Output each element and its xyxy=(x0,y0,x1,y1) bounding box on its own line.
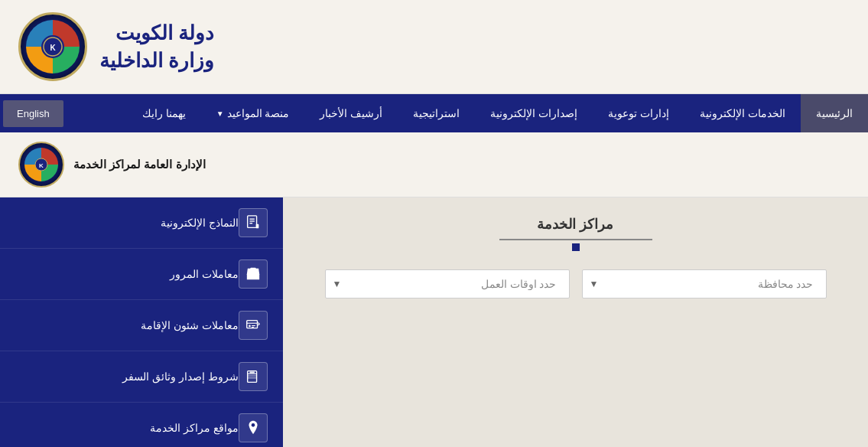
filters-row: حدد محافظة العاصمة حولي الفروانية الأحمد… xyxy=(307,269,844,299)
svg-point-10 xyxy=(249,276,252,278)
nav-item-eservices[interactable]: الخدمات الإلكترونية xyxy=(684,94,801,132)
nav-item-strategy[interactable]: استراتيجية xyxy=(398,94,475,132)
navbar: الرئيسية الخدمات الإلكترونية إدارات توعو… xyxy=(0,94,868,132)
sidebar-item-centers-label: مواقع مراكز الخدمة xyxy=(15,422,239,434)
sidebar-item-residency-label: معاملات شئون الإقامة xyxy=(15,319,239,331)
english-button[interactable]: English xyxy=(3,100,63,127)
sidebar: النماذج الإلكترونية معاملات المرور xyxy=(0,197,283,447)
section-logo: K xyxy=(18,142,64,188)
governorate-select[interactable]: حدد محافظة العاصمة حولي الفروانية الأحمد… xyxy=(582,269,827,299)
logo-inner: K xyxy=(26,20,80,73)
nav-item-awareness[interactable]: إدارات توعوية xyxy=(593,94,684,132)
svg-rect-9 xyxy=(250,268,255,270)
working-hours-select[interactable]: حدد اوقات العمل الدوام الكامل الصباحي ال… xyxy=(325,269,570,299)
sidebar-item-traffic[interactable]: معاملات المرور xyxy=(0,249,283,300)
svg-point-22 xyxy=(252,423,255,427)
sidebar-item-centers[interactable]: مواقع مراكز الخدمة xyxy=(0,403,283,447)
sidebar-item-travel[interactable]: شروط إصدار وثائق السفر xyxy=(0,351,283,403)
main-content: مراكز الخدمة حدد محافظة العاصمة حولي الف… xyxy=(0,197,868,447)
traffic-icon xyxy=(239,259,268,289)
section-logo-inner: K xyxy=(24,148,58,181)
appointments-label: منصة المواعيد xyxy=(227,107,290,119)
governorate-select-wrapper: حدد محافظة العاصمة حولي الفروانية الأحمد… xyxy=(582,269,827,299)
sidebar-item-residency[interactable]: معاملات شئون الإقامة xyxy=(0,300,283,351)
nav-item-home[interactable]: الرئيسية xyxy=(801,94,868,132)
sidebar-item-travel-label: شروط إصدار وثائق السفر xyxy=(15,370,239,383)
svg-rect-8 xyxy=(256,224,259,229)
working-hours-select-wrapper: حدد اوقات العمل الدوام الكامل الصباحي ال… xyxy=(325,269,570,299)
residency-icon xyxy=(239,311,268,340)
title-underline xyxy=(499,239,652,240)
title-dot xyxy=(572,243,580,251)
content-area: مراكز الخدمة حدد محافظة العاصمة حولي الف… xyxy=(283,197,868,447)
section-title: مراكز الخدمة xyxy=(307,216,844,233)
location-icon xyxy=(239,413,268,442)
nav-item-appointments[interactable]: منصة المواعيد ▼ xyxy=(201,94,305,132)
svg-rect-6 xyxy=(249,220,254,221)
sidebar-item-eforms-label: النماذج الإلكترونية xyxy=(15,217,239,229)
section-header: الإدارة العامة لمراكز الخدمة K xyxy=(0,132,868,197)
chevron-down-icon: ▼ xyxy=(216,109,224,118)
section-header-text: الإدارة العامة لمراكز الخدمة xyxy=(73,158,206,171)
svg-point-11 xyxy=(255,276,257,278)
svg-rect-15 xyxy=(252,325,255,326)
form-icon xyxy=(239,208,268,237)
svg-point-14 xyxy=(249,325,251,328)
svg-rect-21 xyxy=(249,372,254,374)
svg-rect-7 xyxy=(249,223,252,224)
sidebar-item-traffic-label: معاملات المرور xyxy=(15,268,239,280)
sidebar-item-eforms[interactable]: النماذج الإلكترونية xyxy=(0,197,283,249)
svg-rect-5 xyxy=(249,219,254,220)
nav-item-opinion[interactable]: يهمنا رايك xyxy=(127,94,201,132)
svg-text:K: K xyxy=(39,162,44,169)
header-title: دولة الكويت وزارة الداخلية xyxy=(99,19,214,75)
svg-text:K: K xyxy=(50,44,56,52)
nav-item-electronic[interactable]: إصدارات الإلكترونية xyxy=(475,94,593,132)
nav-item-archive[interactable]: أرشيف الأخبار xyxy=(304,94,398,132)
header-text: دولة الكويت وزارة الداخلية xyxy=(99,19,214,75)
svg-rect-16 xyxy=(252,327,254,328)
main-logo: K xyxy=(18,12,87,81)
travel-icon xyxy=(239,362,268,391)
header: دولة الكويت وزارة الداخلية K xyxy=(0,0,868,94)
